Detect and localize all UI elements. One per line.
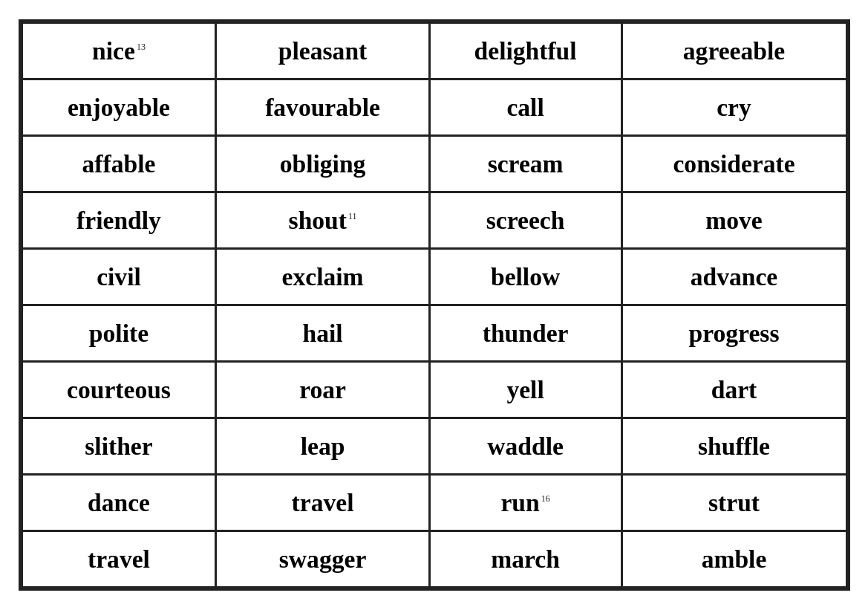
table-cell: hail xyxy=(216,305,429,362)
table-cell: shout11 xyxy=(216,192,429,249)
cell-text: run xyxy=(500,489,539,516)
table-cell: yell xyxy=(429,362,621,418)
table-cell: roar xyxy=(216,362,429,418)
table-cell: exclaim xyxy=(216,249,429,305)
cell-text: call xyxy=(506,94,544,121)
cell-text: thunder xyxy=(483,319,569,347)
cell-text: amble xyxy=(702,545,767,573)
cell-text: delightful xyxy=(474,37,577,65)
cell-text: shout xyxy=(289,207,347,234)
table-cell: delightful xyxy=(429,23,621,80)
table-cell: thunder xyxy=(429,305,621,362)
cell-text: yell xyxy=(506,376,544,403)
table-cell: favourable xyxy=(216,80,429,136)
table-cell: swagger xyxy=(216,531,429,588)
cell-text: polite xyxy=(89,319,149,347)
cell-text: leap xyxy=(301,432,345,460)
table-cell: agreeable xyxy=(621,23,846,80)
cell-text: march xyxy=(491,545,560,573)
table-cell: friendly xyxy=(22,192,216,249)
cell-text: enjoyable xyxy=(68,94,170,121)
cell-superscript: 16 xyxy=(541,493,550,504)
table-cell: cry xyxy=(621,80,846,136)
table-cell: march xyxy=(429,531,621,588)
table-cell: civil xyxy=(22,249,216,305)
table-cell: travel xyxy=(22,531,216,588)
table-cell: pleasant xyxy=(216,23,429,80)
cell-text: bellow xyxy=(491,263,560,291)
cell-text: travel xyxy=(88,545,150,573)
table-cell: run16 xyxy=(429,475,621,531)
cell-text: obliging xyxy=(280,150,366,178)
cell-text: cry xyxy=(717,94,751,121)
table-cell: courteous xyxy=(22,362,216,418)
cell-superscript: 11 xyxy=(348,211,357,221)
cell-text: dart xyxy=(711,376,757,403)
table-cell: dart xyxy=(621,362,846,418)
cell-text: affable xyxy=(82,150,156,178)
table-cell: nice13 xyxy=(22,23,216,80)
table-cell: bellow xyxy=(429,249,621,305)
table-cell: travel xyxy=(216,475,429,531)
cell-text: friendly xyxy=(76,207,161,234)
table-cell: scream xyxy=(429,136,621,192)
table-cell: screech xyxy=(429,192,621,249)
table-cell: affable xyxy=(22,136,216,192)
table-cell: waddle xyxy=(429,418,621,475)
cell-text: dance xyxy=(88,489,150,516)
cell-text: slither xyxy=(85,432,152,460)
cell-text: exclaim xyxy=(282,263,364,291)
table-cell: strut xyxy=(621,475,846,531)
table-cell: progress xyxy=(621,305,846,362)
cell-text: agreeable xyxy=(683,37,785,65)
cell-text: advance xyxy=(691,263,778,291)
cell-text: screech xyxy=(486,207,565,234)
table-cell: obliging xyxy=(216,136,429,192)
table-cell: enjoyable xyxy=(22,80,216,136)
table-cell: polite xyxy=(22,305,216,362)
table-cell: dance xyxy=(22,475,216,531)
cell-text: courteous xyxy=(67,376,171,403)
cell-text: progress xyxy=(689,319,780,347)
table-cell: move xyxy=(621,192,846,249)
table-cell: amble xyxy=(621,531,846,588)
cell-text: nice xyxy=(92,37,135,65)
cell-text: considerate xyxy=(673,150,794,178)
table-cell: considerate xyxy=(621,136,846,192)
cell-text: scream xyxy=(488,150,564,178)
cell-text: travel xyxy=(292,489,354,516)
table-cell: shuffle xyxy=(621,418,846,475)
cell-text: swagger xyxy=(279,545,367,573)
cell-text: hail xyxy=(302,319,342,347)
word-table: nice13pleasantdelightfulagreeableenjoyab… xyxy=(19,19,850,591)
cell-text: roar xyxy=(299,376,346,403)
cell-text: pleasant xyxy=(278,37,367,65)
table-cell: slither xyxy=(22,418,216,475)
cell-text: favourable xyxy=(265,94,380,121)
cell-superscript: 13 xyxy=(137,42,146,52)
table-cell: leap xyxy=(216,418,429,475)
table-cell: advance xyxy=(621,249,846,305)
table-cell: call xyxy=(429,80,621,136)
cell-text: shuffle xyxy=(698,432,770,460)
cell-text: waddle xyxy=(487,432,564,460)
cell-text: civil xyxy=(97,263,141,291)
cell-text: strut xyxy=(708,489,760,516)
cell-text: move xyxy=(705,207,762,234)
